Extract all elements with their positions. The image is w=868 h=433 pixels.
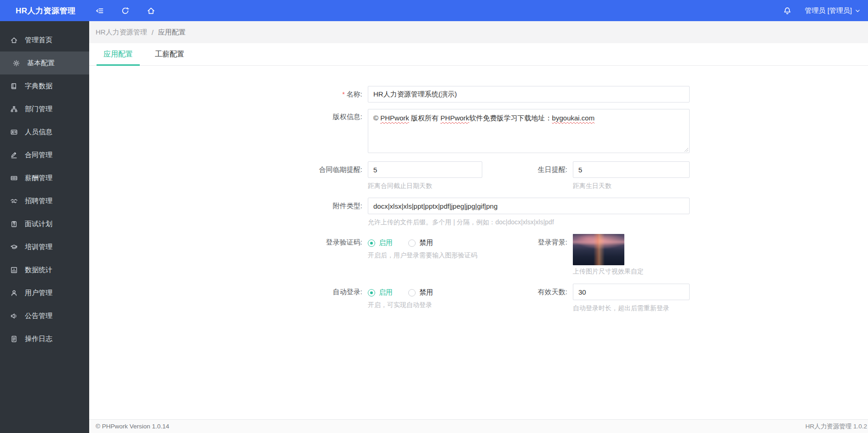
login-background-label: 登录背景: (487, 234, 573, 276)
money-icon (10, 174, 18, 182)
textarea-resize-handle[interactable] (684, 147, 688, 152)
tab-bar: 应用配置 工薪配置 (89, 43, 868, 66)
sidebar-item-contracts[interactable]: 合同管理 (0, 143, 89, 166)
sidebar-item-salary[interactable]: 薪酬管理 (0, 166, 89, 189)
sidebar-item-personnel[interactable]: 人员信息 (0, 120, 89, 143)
login-captcha-disable-radio[interactable]: 禁用 (408, 239, 433, 247)
graduation-cap-icon (10, 243, 18, 251)
breadcrumb: HR人力资源管理 / 应用配置 (89, 21, 868, 43)
attachment-types-hint: 允许上传的文件后缀。多个用 | 分隔，例如：doc|docx|xlsx|xls|… (368, 218, 690, 227)
footer: © PHPwork Version 1.0.14 HR人力资源管理 1.0.2 (89, 419, 868, 433)
attachment-types-label: 附件类型: (89, 198, 368, 227)
auto-login-disable-radio[interactable]: 禁用 (408, 288, 433, 297)
panel-spacer (89, 309, 868, 419)
id-card-icon (10, 128, 18, 136)
sidebar-item-basic-config[interactable]: 基本配置 (0, 51, 89, 74)
chevron-down-icon (855, 8, 861, 14)
refresh-icon[interactable] (120, 6, 130, 15)
content-panel: 应用配置 工薪配置 *名称: 版权信息: © PHPwork 版权所有 PHPw… (89, 43, 868, 433)
radio-selected-icon (368, 289, 375, 296)
log-document-icon (10, 335, 18, 343)
tab-salary-config[interactable]: 工薪配置 (148, 50, 191, 65)
auto-login-radio-group: 启用 禁用 (368, 284, 433, 297)
app-title: HR人力资源管理 (0, 6, 89, 16)
sidebar-item-recruitment[interactable]: 招聘管理 (0, 189, 89, 212)
sidebar-item-statistics[interactable]: 数据统计 (0, 258, 89, 281)
topbar: HR人力资源管理 管理员 [管理员] (0, 0, 868, 21)
footer-copyright: © PHPwork Version 1.0.14 (96, 423, 169, 430)
auto-login-hint: 开启，可实现自动登录 (368, 301, 433, 309)
handshake-icon (10, 197, 18, 205)
login-captcha-enable-radio[interactable]: 启用 (368, 239, 393, 247)
home-icon[interactable] (146, 6, 155, 15)
notification-bell-icon[interactable] (782, 6, 792, 15)
valid-days-label: 有效天数: (487, 284, 573, 313)
contract-reminder-hint: 距离合同截止日期天数 (368, 182, 482, 190)
bar-chart-icon (10, 266, 18, 274)
footer-version: HR人力资源管理 1.0.2 (805, 422, 867, 431)
login-background-hint: 上传图片尺寸视效果自定 (573, 268, 644, 276)
sidebar-item-dictionary[interactable]: 字典数据 (0, 74, 89, 97)
breadcrumb-root[interactable]: HR人力资源管理 (96, 28, 147, 37)
auto-login-enable-radio[interactable]: 启用 (368, 288, 393, 297)
sidebar-item-departments[interactable]: 部门管理 (0, 97, 89, 120)
user-icon (10, 289, 18, 297)
copyright-textarea[interactable]: © PHPwork 版权所有 PHPwork软件免费版学习下载地址：bygouk… (368, 109, 690, 153)
login-captcha-label: 登录验证码: (89, 234, 368, 277)
birthday-reminder-label: 生日提醒: (487, 161, 573, 190)
sidebar-item-announcements[interactable]: 公告管理 (0, 304, 89, 327)
valid-days-input[interactable] (573, 284, 690, 300)
sidebar-item-logs[interactable]: 操作日志 (0, 327, 89, 350)
name-label: *名称: (89, 86, 368, 103)
collapse-sidebar-icon[interactable] (95, 6, 104, 15)
sidebar-item-dashboard[interactable]: 管理首页 (0, 28, 89, 51)
breadcrumb-separator: / (152, 28, 154, 36)
attachment-types-input[interactable] (368, 198, 690, 214)
user-name: 管理员 [管理员] (805, 6, 852, 15)
clipboard-question-icon (10, 220, 18, 228)
contract-reminder-input[interactable] (368, 161, 482, 178)
birthday-reminder-hint: 距离生日天数 (573, 182, 690, 190)
org-chart-icon (10, 105, 18, 113)
pen-signature-icon (10, 151, 18, 159)
radio-unselected-icon (408, 239, 416, 247)
contract-reminder-label: 合同临期提醒: (89, 161, 368, 190)
sidebar-item-training[interactable]: 培训管理 (0, 235, 89, 258)
sidebar-item-users[interactable]: 用户管理 (0, 281, 89, 304)
sidebar: 管理首页 基本配置 字典数据 部门管理 人员信息 合同管理 薪酬管理 招聘管理 … (0, 21, 89, 433)
login-background-image[interactable] (573, 234, 624, 265)
app-config-form: *名称: 版权信息: © PHPwork 版权所有 PHPwork软件免费版学习… (89, 66, 868, 309)
login-captcha-radio-group: 启用 禁用 (368, 234, 477, 247)
main-content: HR人力资源管理 / 应用配置 应用配置 工薪配置 *名称: 版权信息: © P… (89, 21, 868, 433)
user-menu[interactable]: 管理员 [管理员] (805, 6, 861, 15)
copyright-label: 版权信息: (89, 109, 368, 153)
valid-days-hint: 自动登录时长，超出后需重新登录 (573, 304, 690, 313)
home-icon (10, 36, 18, 44)
book-icon (10, 82, 18, 90)
radio-selected-icon (368, 239, 375, 247)
name-input[interactable] (368, 86, 690, 103)
birthday-reminder-input[interactable] (573, 161, 690, 178)
auto-login-label: 自动登录: (89, 284, 368, 309)
radio-unselected-icon (408, 289, 416, 296)
breadcrumb-current: 应用配置 (158, 28, 186, 37)
tab-app-config[interactable]: 应用配置 (97, 50, 140, 65)
sidebar-item-interviews[interactable]: 面试计划 (0, 212, 89, 235)
login-captcha-hint: 开启后，用户登录需要输入图形验证码 (368, 251, 477, 260)
megaphone-icon (10, 312, 18, 320)
required-asterisk: * (342, 91, 344, 98)
gear-icon (12, 59, 20, 67)
